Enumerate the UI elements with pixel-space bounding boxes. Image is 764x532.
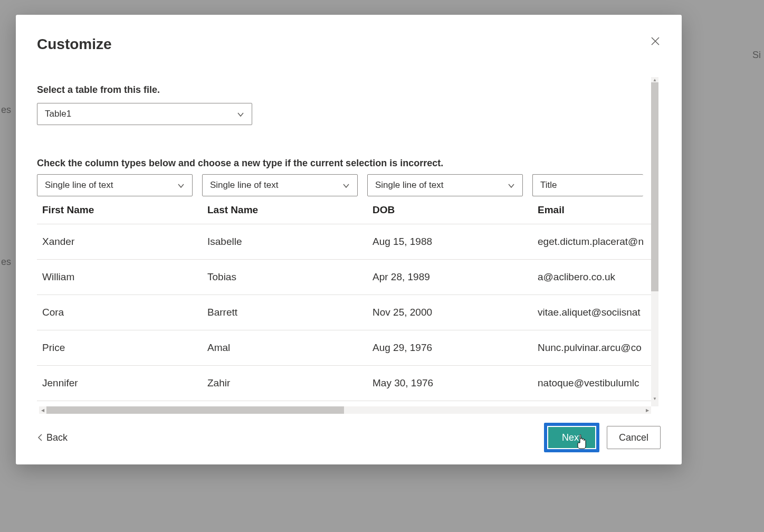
horizontal-scrollbar[interactable]: ◀ ▶ <box>39 406 651 414</box>
cell-email: a@aclibero.co.uk <box>532 259 651 294</box>
table-select-value: Table1 <box>45 109 71 119</box>
table-row: William Tobias Apr 28, 1989 a@aclibero.c… <box>37 259 651 294</box>
cancel-button[interactable]: Cancel <box>607 426 661 449</box>
cell-email: eget.dictum.placerat@n <box>532 224 651 259</box>
scroll-right-icon: ▶ <box>644 406 651 414</box>
chevron-down-icon <box>177 182 185 189</box>
chevron-down-icon <box>342 182 350 189</box>
cell-last-name: Barrett <box>202 294 367 330</box>
table-select-label: Select a table from this file. <box>37 84 651 96</box>
preview-table: First Name Last Name DOB Email Xander Is… <box>37 196 651 401</box>
scroll-up-icon: ▲ <box>651 77 658 82</box>
table-select[interactable]: Table1 <box>37 103 252 125</box>
cell-dob: Aug 15, 1988 <box>367 224 532 259</box>
chevron-left-icon <box>37 433 43 442</box>
background-text: Si <box>752 50 761 61</box>
col-header-dob: DOB <box>367 196 532 224</box>
cell-email: vitae.aliquet@sociisnat <box>532 294 651 330</box>
table-row: Jennifer Zahir May 30, 1976 natoque@vest… <box>37 365 651 401</box>
scroll-down-icon: ▼ <box>651 396 658 401</box>
background-text: es <box>1 256 11 268</box>
cell-last-name: Zahir <box>202 365 367 401</box>
next-button-highlight: Next <box>544 423 599 452</box>
column-types-label: Check the column types below and choose … <box>37 158 651 169</box>
back-label: Back <box>46 432 68 443</box>
table-header-row: First Name Last Name DOB Email <box>37 196 651 224</box>
cell-first-name: William <box>37 259 202 294</box>
cell-last-name: Isabelle <box>202 224 367 259</box>
column-type-value: Single line of text <box>210 180 278 191</box>
cell-dob: Nov 25, 2000 <box>367 294 532 330</box>
column-type-select-2[interactable]: Single line of text <box>367 174 523 196</box>
column-type-row: Single line of text Single line of text … <box>37 174 651 196</box>
back-button[interactable]: Back <box>37 432 68 443</box>
column-type-select-3[interactable]: Title <box>532 174 643 196</box>
col-header-last-name: Last Name <box>202 196 367 224</box>
table-row: Price Amal Aug 29, 1976 Nunc.pulvinar.ar… <box>37 330 651 365</box>
cell-dob: Apr 28, 1989 <box>367 259 532 294</box>
column-type-value: Single line of text <box>45 180 113 191</box>
col-header-email: Email <box>532 196 651 224</box>
col-header-first-name: First Name <box>37 196 202 224</box>
cell-dob: Aug 29, 1976 <box>367 330 532 365</box>
cell-first-name: Cora <box>37 294 202 330</box>
chevron-down-icon <box>237 110 244 118</box>
cell-first-name: Xander <box>37 224 202 259</box>
close-icon <box>651 36 660 46</box>
table-row: Xander Isabelle Aug 15, 1988 eget.dictum… <box>37 224 651 259</box>
cell-first-name: Price <box>37 330 202 365</box>
cell-last-name: Tobias <box>202 259 367 294</box>
cell-email: Nunc.pulvinar.arcu@co <box>532 330 651 365</box>
next-button[interactable]: Next <box>548 427 595 448</box>
modal-scroll-region: Select a table from this file. Table1 Ch… <box>37 77 651 406</box>
scroll-left-icon: ◀ <box>39 406 46 414</box>
cell-first-name: Jennifer <box>37 365 202 401</box>
scroll-thumb[interactable] <box>651 82 658 291</box>
column-type-select-0[interactable]: Single line of text <box>37 174 193 196</box>
cell-email: natoque@vestibulumlc <box>532 365 651 401</box>
preview-table-wrap: First Name Last Name DOB Email Xander Is… <box>37 196 651 401</box>
modal-title: Customize <box>37 36 661 53</box>
column-type-select-1[interactable]: Single line of text <box>202 174 358 196</box>
cell-dob: May 30, 1976 <box>367 365 532 401</box>
chevron-down-icon <box>508 182 515 189</box>
column-type-value: Title <box>540 180 557 191</box>
table-row: Cora Barrett Nov 25, 2000 vitae.aliquet@… <box>37 294 651 330</box>
modal-footer: Back Next Cancel <box>37 425 661 450</box>
column-type-value: Single line of text <box>375 180 443 191</box>
vertical-scrollbar[interactable]: ▲ ▼ <box>651 77 658 406</box>
scroll-thumb[interactable] <box>46 406 344 414</box>
background-text: es <box>1 104 11 116</box>
close-button[interactable] <box>648 34 663 49</box>
cell-last-name: Amal <box>202 330 367 365</box>
customize-modal: Customize Select a table from this file.… <box>16 15 682 464</box>
